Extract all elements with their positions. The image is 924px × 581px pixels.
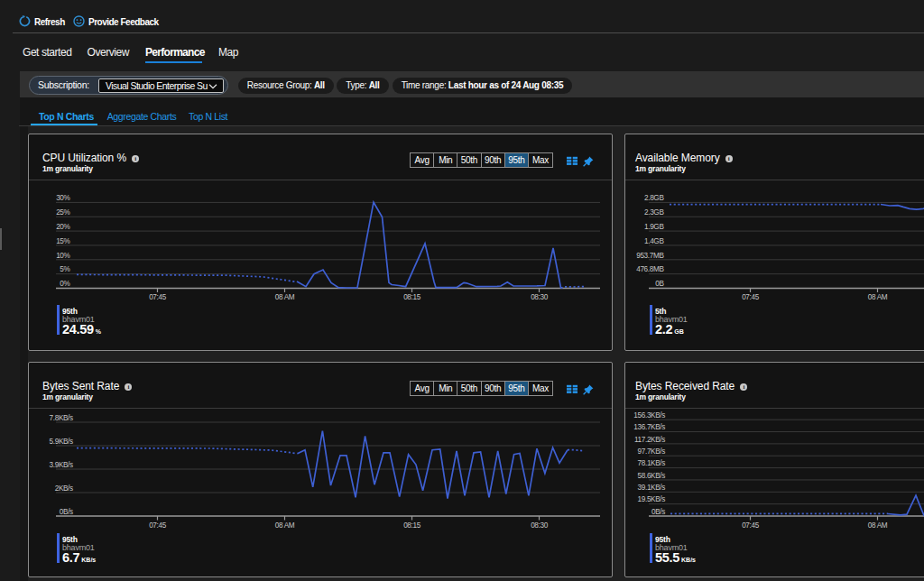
svg-text:10%: 10%	[56, 252, 69, 260]
svg-text:0B/s: 0B/s	[651, 508, 665, 516]
svg-text:08:15: 08:15	[403, 521, 421, 530]
svg-text:5%: 5%	[60, 265, 69, 273]
svg-text:30%: 30%	[56, 194, 69, 202]
svg-text:2.3GB: 2.3GB	[644, 208, 664, 217]
svg-text:08:15: 08:15	[403, 293, 421, 301]
svg-text:2KB/s: 2KB/s	[55, 484, 73, 493]
svg-text:0B/s: 0B/s	[60, 508, 73, 516]
svg-text:136.7KB/s: 136.7KB/s	[633, 423, 665, 431]
svg-text:7.8KB/s: 7.8KB/s	[50, 414, 73, 422]
svg-text:117.2KB/s: 117.2KB/s	[634, 436, 665, 444]
svg-text:08 AM: 08 AM	[275, 521, 295, 530]
svg-text:08 AM: 08 AM	[275, 293, 295, 301]
svg-text:78.1KB/s: 78.1KB/s	[638, 459, 666, 467]
svg-text:07:45: 07:45	[149, 293, 167, 301]
svg-text:0%: 0%	[60, 280, 69, 288]
svg-text:08 AM: 08 AM	[868, 521, 888, 530]
svg-text:476.8MB: 476.8MB	[636, 265, 664, 273]
svg-text:20%: 20%	[56, 223, 69, 231]
svg-text:2.8GB: 2.8GB	[644, 194, 664, 202]
svg-text:07:45: 07:45	[149, 521, 167, 530]
svg-text:156.3KB/s: 156.3KB/s	[633, 411, 665, 420]
svg-text:25%: 25%	[56, 208, 69, 217]
svg-text:953.7MB: 953.7MB	[636, 252, 664, 260]
svg-text:0B: 0B	[655, 280, 664, 288]
svg-text:19.5KB/s: 19.5KB/s	[638, 495, 666, 503]
svg-text:08:30: 08:30	[531, 293, 549, 301]
svg-text:5.9KB/s: 5.9KB/s	[50, 438, 73, 446]
svg-text:58.6KB/s: 58.6KB/s	[638, 472, 666, 480]
svg-text:15%: 15%	[56, 237, 69, 245]
svg-text:08:30: 08:30	[531, 521, 549, 530]
svg-text:1.4GB: 1.4GB	[644, 237, 664, 245]
svg-text:39.1KB/s: 39.1KB/s	[638, 484, 666, 492]
svg-text:97.7KB/s: 97.7KB/s	[638, 447, 666, 456]
svg-text:07:45: 07:45	[742, 293, 760, 301]
svg-text:08 AM: 08 AM	[868, 293, 888, 301]
svg-text:1.9GB: 1.9GB	[644, 223, 664, 231]
svg-text:3.9KB/s: 3.9KB/s	[50, 461, 73, 469]
svg-text:07:45: 07:45	[742, 521, 760, 530]
